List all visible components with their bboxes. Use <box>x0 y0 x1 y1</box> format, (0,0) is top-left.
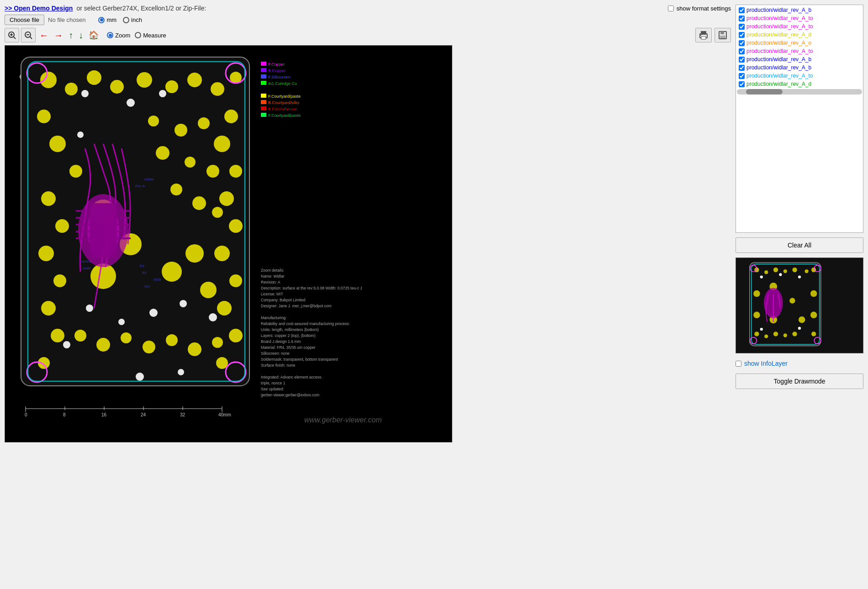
nav-down-button[interactable]: ↓ <box>77 30 85 41</box>
svg-point-41 <box>217 301 232 316</box>
layer-item[interactable]: production/widlar_rev_A_to <box>737 47 862 55</box>
measure-radio[interactable] <box>135 32 141 38</box>
svg-point-31 <box>41 301 56 316</box>
svg-point-167 <box>783 333 787 337</box>
svg-point-59 <box>212 337 223 348</box>
viewer-canvas[interactable]: ⊕ <box>5 45 452 442</box>
print-button[interactable] <box>695 28 712 42</box>
svg-rect-10 <box>700 35 701 36</box>
unit-inch-radio[interactable] <box>123 17 129 23</box>
svg-point-29 <box>38 246 54 261</box>
svg-point-26 <box>69 165 82 178</box>
svg-point-158 <box>764 270 768 274</box>
toggle-drawmode-button[interactable]: Toggle Drawmode <box>736 373 863 389</box>
svg-text:www.gerber-viewer.com: www.gerber-viewer.com <box>304 416 382 424</box>
layer-checkbox-9[interactable] <box>739 81 745 87</box>
layer-checkbox-4[interactable] <box>739 40 745 46</box>
svg-point-27 <box>41 191 56 206</box>
zoom-in-button[interactable] <box>5 28 19 42</box>
layer-checkbox-7[interactable] <box>739 65 745 71</box>
layer-item[interactable]: production/widlar_rev_A_o <box>737 39 862 47</box>
svg-point-24 <box>37 110 51 123</box>
nav-right-button[interactable]: → <box>52 30 65 41</box>
zoom-option[interactable]: Zoom <box>107 32 130 39</box>
svg-point-19 <box>137 72 152 88</box>
layer-item[interactable]: production/widlar_rev_A_to <box>737 72 862 80</box>
toolbar: ← → ↑ ↓ 🏠 Zoom Measure <box>5 28 731 42</box>
nav-left-button[interactable]: ← <box>37 30 50 41</box>
svg-text:F.Copper: F.Copper <box>268 62 285 67</box>
layer-name-0: production/widlar_rev_A_b <box>746 7 811 13</box>
svg-text:0: 0 <box>25 412 27 417</box>
svg-text:16: 16 <box>101 412 107 417</box>
svg-text:R1: R1 <box>140 264 145 268</box>
svg-point-164 <box>754 331 759 336</box>
layer-name-2: production/widlar_rev_A_to <box>746 23 813 30</box>
format-settings-label: show format settings <box>677 5 731 12</box>
layer-checkbox-2[interactable] <box>739 24 745 30</box>
svg-point-30 <box>53 274 66 287</box>
nav-up-button[interactable]: ↑ <box>67 30 75 41</box>
svg-rect-155 <box>750 263 821 346</box>
svg-point-76 <box>178 369 184 375</box>
layer-item[interactable]: production/widlar_rev_A_b <box>737 55 862 63</box>
svg-rect-89 <box>117 231 131 232</box>
unit-inch-label: inch <box>131 16 142 23</box>
svg-point-67 <box>127 99 135 107</box>
zoom-out-button[interactable] <box>21 28 36 42</box>
demo-link[interactable]: >> Open Demo Design <box>5 5 73 12</box>
unit-mm-option[interactable]: mm <box>98 16 116 23</box>
layer-name-5: production/widlar_rev_A_to <box>746 48 813 54</box>
svg-rect-85 <box>76 237 90 239</box>
save-button[interactable] <box>715 28 731 42</box>
layer-item[interactable]: production/widlar_rev_A_to <box>737 22 862 31</box>
infolayer-label: show InfoLayer <box>744 360 788 367</box>
svg-rect-84 <box>76 231 90 232</box>
svg-text:R2: R2 <box>142 271 147 275</box>
infolayer-checkbox[interactable] <box>736 361 741 367</box>
choose-file-button[interactable]: Choose file <box>5 15 44 25</box>
layers-scrollbar[interactable] <box>737 89 862 95</box>
measure-option[interactable]: Measure <box>135 32 166 39</box>
svg-rect-9 <box>701 37 706 39</box>
unit-inch-option[interactable]: inch <box>123 16 142 23</box>
svg-rect-110 <box>261 81 266 85</box>
svg-point-69 <box>77 131 84 138</box>
unit-mm-label: mm <box>106 16 116 23</box>
layer-item[interactable]: production/widlar_rev_A_d <box>737 31 862 39</box>
layer-checkbox-0[interactable] <box>739 7 745 13</box>
layer-item[interactable]: production/widlar_rev_A_b <box>737 63 862 72</box>
svg-rect-83 <box>76 224 90 226</box>
layer-checkbox-8[interactable] <box>739 73 745 79</box>
svg-point-50 <box>170 184 182 195</box>
zoom-radio[interactable] <box>107 32 113 38</box>
clear-all-button[interactable]: Clear All <box>736 237 863 253</box>
svg-point-39 <box>214 246 230 261</box>
scrollbar-thumb[interactable] <box>746 89 783 95</box>
layer-item[interactable]: production/widlar_rev_A_to <box>737 14 862 22</box>
layer-checkbox-1[interactable] <box>739 16 745 21</box>
svg-point-163 <box>811 268 816 272</box>
zoom-label: Zoom <box>115 32 130 39</box>
layers-list[interactable]: production/widlar_rev_A_b production/wid… <box>736 5 863 233</box>
show-infolayer-row: show InfoLayer <box>736 358 863 369</box>
svg-text:License: MIT: License: MIT <box>261 292 283 296</box>
layer-checkbox-6[interactable] <box>739 57 745 63</box>
svg-rect-116 <box>261 106 266 110</box>
svg-point-20 <box>165 80 178 93</box>
unit-mm-radio[interactable] <box>98 17 105 23</box>
left-panel: >> Open Demo Design or select Gerber274X… <box>5 5 731 442</box>
home-button[interactable]: 🏠 <box>87 29 101 41</box>
layer-item[interactable]: production/widlar_rev_A_d <box>737 80 862 88</box>
layer-checkbox-3[interactable] <box>739 32 745 38</box>
layer-item[interactable]: production/widlar_rev_A_b <box>737 6 862 14</box>
svg-point-172 <box>753 312 760 319</box>
layer-name-4: production/widlar_rev_A_o <box>746 40 811 46</box>
description-text: or select Gerber274X, Excellon1/2 or Zip… <box>76 5 206 12</box>
svg-text:Rev A: Rev A <box>135 184 145 188</box>
svg-text:F.Courtyard/paste: F.Courtyard/paste <box>268 94 301 99</box>
svg-point-73 <box>180 300 187 307</box>
svg-point-65 <box>200 282 217 298</box>
format-settings-checkbox[interactable] <box>668 5 674 11</box>
layer-checkbox-5[interactable] <box>739 48 745 54</box>
